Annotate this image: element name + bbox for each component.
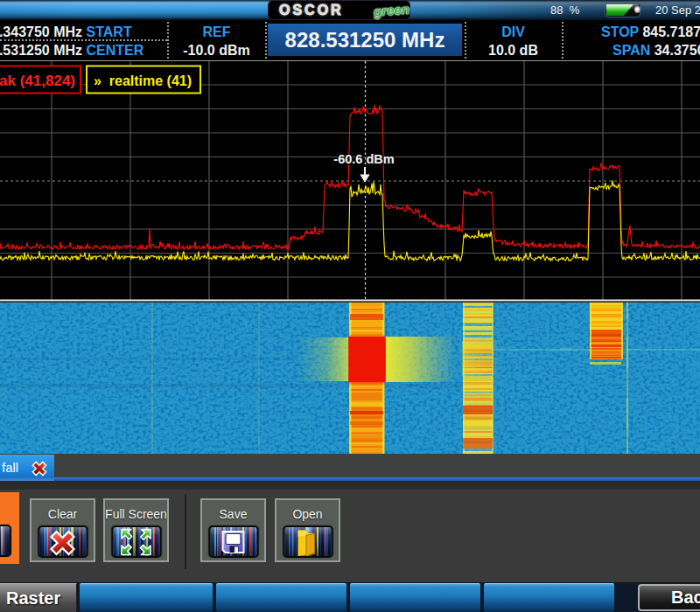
svg-text:-60.6 dBm: -60.6 dBm xyxy=(333,152,394,166)
svg-text:Peak (41,824): Peak (41,824) xyxy=(0,73,75,89)
svg-text:» realtime (41): » realtime (41) xyxy=(94,73,192,88)
